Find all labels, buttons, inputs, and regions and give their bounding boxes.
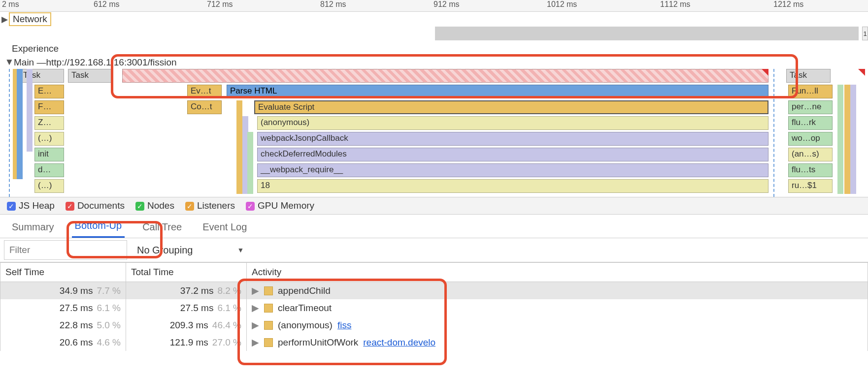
mem-nodes[interactable]: ✓Nodes [135, 200, 174, 211]
flame-bar[interactable]: Z… [34, 116, 64, 130]
chevron-right-icon[interactable]: ▶ [252, 285, 259, 296]
ruler-tick: 812 ms [320, 0, 346, 9]
flame-evaluate-script[interactable]: Evaluate Script [254, 100, 768, 114]
flame-bar[interactable]: d… [34, 163, 64, 177]
flame-anonymous[interactable]: (anonymous) [257, 116, 768, 130]
flame-long-task[interactable] [122, 69, 768, 83]
network-bar-tail[interactable]: 1 [862, 27, 868, 40]
chevron-right-icon[interactable]: ▶ [252, 302, 259, 314]
flame-bar[interactable]: Ev…t [187, 85, 222, 98]
tab-call-tree[interactable]: Call Tree [139, 220, 185, 238]
chevron-right-icon[interactable]: ▶ [252, 337, 259, 348]
flame-check-deferred[interactable]: checkDeferredModules [257, 148, 768, 161]
ruler-tick: 1012 ms [547, 0, 577, 9]
ruler-tick: 2 ms [2, 0, 19, 9]
table-row[interactable]: 27.5 ms6.1 % 27.5 ms6.1 % ▶ clearTimeout [0, 299, 868, 316]
activity-swatch-icon [264, 338, 273, 347]
col-activity[interactable]: Activity [247, 263, 868, 282]
flame-bar[interactable]: flu…rk [788, 116, 833, 130]
ruler-tick: 1212 ms [773, 0, 803, 9]
flame-stripe[interactable] [247, 132, 253, 194]
mem-documents[interactable]: ✓Documents [66, 200, 125, 211]
activity-swatch-icon [264, 321, 273, 330]
flame-bar[interactable]: F… [34, 100, 64, 114]
main-track-prefix: Main — [14, 57, 46, 68]
flame-bar[interactable]: Fun…ll [788, 85, 833, 98]
long-task-marker-icon [858, 69, 865, 76]
main-track-url: http://192.168.1.16:3001/fission [46, 57, 176, 68]
col-total-time[interactable]: Total Time [126, 263, 247, 282]
tab-event-log[interactable]: Event Log [200, 220, 250, 238]
mem-label: Documents [77, 200, 125, 211]
mem-gpu[interactable]: ✓GPU Memory [246, 200, 314, 211]
cell-self-time: 27.5 ms6.1 % [0, 299, 126, 316]
chevron-right-icon[interactable]: ▶ [0, 14, 9, 25]
flame-bar[interactable]: ru…$1 [788, 179, 833, 193]
chevron-right-icon[interactable]: ▶ [252, 319, 259, 331]
cell-activity: ▶ appendChild [247, 282, 868, 300]
main-track-header[interactable]: ▼ Main — http://192.168.1.16:3001/fissio… [0, 56, 868, 69]
flame-task[interactable]: Task [68, 69, 112, 83]
mem-label: JS Heap [19, 200, 55, 211]
col-self-time[interactable]: Self Time [0, 263, 126, 282]
timeline-ruler[interactable]: 2 ms 612 ms 712 ms 812 ms 912 ms 1012 ms… [0, 0, 868, 12]
flame-bar[interactable]: Co…t [187, 100, 222, 114]
flame-stripe[interactable] [236, 100, 242, 194]
tab-bottom-up[interactable]: Bottom-Up [72, 218, 125, 238]
flame-bar[interactable]: E… [34, 85, 64, 98]
activity-name: clearTimeout [278, 303, 332, 314]
checkbox-icon: ✓ [246, 202, 255, 211]
flame-webpack-jsonp[interactable]: webpackJsonpCallback [257, 132, 768, 146]
flame-stripe[interactable] [844, 85, 850, 194]
memory-legend-row: ✓JS Heap ✓Documents ✓Nodes ✓Listeners ✓G… [0, 197, 868, 215]
flame-bar[interactable]: wo…op [788, 132, 833, 146]
flame-frame-18[interactable]: 18 [257, 179, 768, 193]
activity-name: appendChild [278, 285, 331, 296]
table-row[interactable]: 20.6 ms4.6 % 121.9 ms27.0 % ▶ performUni… [0, 334, 868, 351]
cell-total-time: 27.5 ms6.1 % [126, 299, 247, 316]
activity-source-link[interactable]: react-dom.develo [363, 337, 435, 348]
flame-stripe[interactable] [17, 69, 23, 179]
flame-bar[interactable]: (an…s) [788, 148, 833, 161]
flame-stripe[interactable] [850, 85, 856, 194]
network-bar[interactable] [435, 27, 859, 40]
flame-bar[interactable]: per…ne [788, 100, 833, 114]
flame-bar[interactable]: flu…ts [788, 163, 833, 177]
mem-jsheap[interactable]: ✓JS Heap [7, 200, 55, 211]
chevron-down-icon[interactable]: ▼ [5, 57, 14, 67]
cell-self-time: 22.8 ms5.0 % [0, 316, 126, 334]
mem-listeners[interactable]: ✓Listeners [185, 200, 235, 211]
table-row[interactable]: 22.8 ms5.0 % 209.3 ms46.4 % ▶ (anonymous… [0, 316, 868, 334]
flame-parse-html[interactable]: Parse HTML [227, 85, 768, 98]
flame-stripe[interactable] [27, 69, 33, 152]
flame-bar[interactable]: (…) [34, 132, 64, 146]
mem-label: Listeners [197, 200, 235, 211]
bottom-up-table: Self Time Total Time Activity 34.9 ms7.7… [0, 262, 868, 351]
activity-source-link[interactable]: fiss [337, 320, 352, 331]
flame-bar[interactable]: (…) [34, 179, 64, 193]
network-track-header[interactable]: ▶ Network [0, 12, 868, 27]
flame-webpack-require[interactable]: __webpack_require__ [257, 163, 768, 177]
ruler-tick: 912 ms [434, 0, 459, 9]
mem-label: Nodes [147, 200, 174, 211]
mem-label: GPU Memory [258, 200, 314, 211]
flame-chart[interactable]: Task Task Task E… F… Z… (…) init d… (…) … [0, 69, 868, 197]
filter-input[interactable] [4, 240, 127, 260]
ruler-tick: 1112 ms [660, 0, 690, 9]
checkbox-icon: ✓ [7, 202, 16, 211]
cell-total-time: 209.3 ms46.4 % [126, 316, 247, 334]
cell-total-time: 121.9 ms27.0 % [126, 334, 247, 351]
table-header-row: Self Time Total Time Activity [0, 263, 868, 282]
flame-task[interactable]: Task [786, 69, 831, 83]
tab-summary[interactable]: Summary [9, 220, 57, 238]
experience-track-header[interactable]: ▶ Experience [0, 41, 868, 56]
experience-track-label: Experience [9, 43, 62, 55]
flame-bar[interactable]: init [34, 148, 64, 161]
table-row[interactable]: 34.9 ms7.7 % 37.2 ms8.2 % ▶ appendChild [0, 282, 868, 300]
ruler-tick: 612 ms [94, 0, 119, 9]
flame-stripe[interactable] [837, 85, 843, 194]
cell-total-time: 37.2 ms8.2 % [126, 282, 247, 300]
cell-activity: ▶ (anonymous) fiss [247, 316, 868, 334]
cell-self-time: 34.9 ms7.7 % [0, 282, 126, 300]
grouping-select[interactable]: No Grouping ▼ [130, 245, 251, 256]
